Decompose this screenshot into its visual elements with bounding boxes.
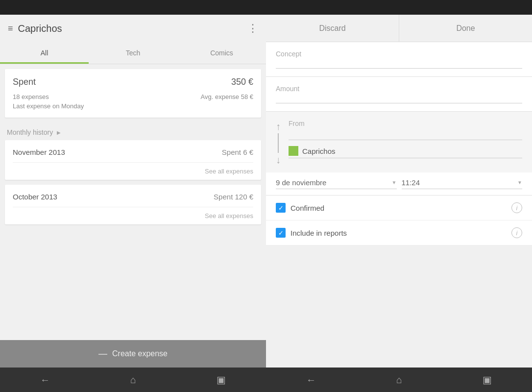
left-content: Spent 350 € 18 expenses Avg. expense 58 … bbox=[0, 64, 266, 340]
right-panel: Discard Done Concept Amount ↑ ↓ From bbox=[266, 0, 532, 392]
date-dropdown-arrow-icon: ▼ bbox=[392, 180, 397, 185]
create-expense-label: Create expense bbox=[112, 349, 168, 358]
concept-input[interactable] bbox=[276, 58, 522, 69]
back-icon[interactable]: ← bbox=[40, 374, 50, 386]
left-nav-bar: ← ⌂ ▣ bbox=[0, 368, 266, 392]
right-recents-icon[interactable]: ▣ bbox=[483, 374, 492, 386]
include-reports-left: ✓ Include in reports bbox=[276, 228, 347, 238]
right-nav-bar: ← ⌂ ▣ bbox=[266, 368, 532, 392]
november-name: November 2013 bbox=[13, 148, 65, 156]
right-content: Concept Amount ↑ ↓ From Caprichos bbox=[266, 42, 532, 368]
arrows-col: ↑ ↓ bbox=[276, 120, 281, 165]
left-panel: ≡ Caprichos ⋮ All Tech Comics Spent 350 … bbox=[0, 0, 266, 392]
hamburger-icon[interactable]: ≡ bbox=[8, 24, 13, 34]
tab-tech-label: Tech bbox=[126, 49, 141, 57]
right-home-icon[interactable]: ⌂ bbox=[396, 374, 402, 386]
right-header: Discard Done bbox=[266, 15, 532, 42]
date-value: 9 de noviembre bbox=[276, 178, 326, 187]
last-expense: Last expense on Monday bbox=[13, 102, 253, 110]
include-reports-label: Include in reports bbox=[290, 229, 347, 237]
arrows-line bbox=[278, 133, 279, 153]
app-header: ≡ Caprichos ⋮ bbox=[0, 15, 266, 42]
tab-all-label: All bbox=[41, 49, 48, 57]
right-back-icon[interactable]: ← bbox=[306, 374, 316, 386]
concept-field: Concept bbox=[266, 42, 532, 77]
home-icon[interactable]: ⌂ bbox=[130, 374, 136, 386]
confirmed-checkbox[interactable]: ✓ bbox=[276, 203, 286, 213]
amount-input[interactable] bbox=[276, 93, 522, 103]
october-see-all[interactable]: See all expenses bbox=[5, 207, 261, 224]
tab-tech[interactable]: Tech bbox=[89, 42, 177, 64]
from-input[interactable] bbox=[289, 129, 522, 140]
summary-card: Spent 350 € 18 expenses Avg. expense 58 … bbox=[5, 69, 261, 118]
confirmed-check-icon: ✓ bbox=[278, 204, 284, 212]
avg-expense: Avg. expense 58 € bbox=[201, 93, 253, 100]
from-label: From bbox=[289, 120, 522, 127]
amount-label: Amount bbox=[276, 85, 522, 93]
done-button[interactable]: Done bbox=[399, 15, 532, 42]
done-label: Done bbox=[456, 24, 475, 33]
category-color-square bbox=[289, 146, 298, 156]
from-field: From bbox=[289, 120, 522, 140]
october-row: October 2013 Spent 120 € bbox=[5, 185, 261, 207]
header-left: ≡ Caprichos bbox=[8, 23, 62, 34]
time-field[interactable]: 11:24 ▼ bbox=[402, 178, 523, 189]
include-reports-checkbox[interactable]: ✓ bbox=[276, 228, 286, 238]
arrow-down-icon: ↓ bbox=[276, 155, 281, 165]
app-title: Caprichos bbox=[18, 23, 62, 34]
summary-details: 18 expenses Avg. expense 58 € bbox=[13, 93, 253, 100]
status-bar-left bbox=[0, 0, 266, 15]
tabs-bar: All Tech Comics bbox=[0, 42, 266, 64]
create-expense-bar[interactable]: — Create expense bbox=[0, 340, 266, 368]
spent-amount: 350 € bbox=[231, 77, 253, 87]
november-see-all[interactable]: See all expenses bbox=[5, 163, 261, 180]
concept-label: Concept bbox=[276, 50, 522, 58]
date-time-row: 9 de noviembre ▼ 11:24 ▼ bbox=[266, 172, 532, 196]
confirmed-left: ✓ Confirmed bbox=[276, 203, 324, 213]
to-value: Caprichos bbox=[302, 147, 336, 155]
arrow-up-icon: ↑ bbox=[276, 122, 281, 131]
more-icon[interactable]: ⋮ bbox=[247, 22, 258, 35]
transfer-field: ↑ ↓ From Caprichos bbox=[266, 112, 532, 172]
november-card: November 2013 Spent 6 € See all expenses bbox=[5, 140, 261, 180]
recents-icon[interactable]: ▣ bbox=[217, 374, 226, 386]
time-dropdown-arrow-icon: ▼ bbox=[517, 180, 522, 185]
summary-header: Spent 350 € bbox=[13, 77, 253, 87]
monthly-history-header: Monthly history ▶ bbox=[5, 122, 261, 140]
confirmed-label: Confirmed bbox=[290, 204, 324, 212]
include-reports-check-icon: ✓ bbox=[278, 229, 284, 237]
november-row: November 2013 Spent 6 € bbox=[5, 140, 261, 162]
confirmed-row: ✓ Confirmed i bbox=[266, 196, 532, 220]
spent-label: Spent bbox=[13, 77, 36, 87]
expenses-count: 18 expenses bbox=[13, 93, 49, 100]
status-bar-right bbox=[266, 0, 532, 15]
confirmed-info-icon[interactable]: i bbox=[511, 202, 522, 213]
tab-comics[interactable]: Comics bbox=[177, 42, 266, 64]
october-name: October 2013 bbox=[13, 193, 57, 201]
monthly-history-label: Monthly history bbox=[7, 128, 53, 136]
time-value: 11:24 bbox=[402, 178, 420, 187]
create-dash-icon: — bbox=[98, 349, 107, 359]
section-arrow-icon: ▶ bbox=[57, 130, 61, 135]
discard-label: Discard bbox=[319, 24, 345, 33]
october-card: October 2013 Spent 120 € See all expense… bbox=[5, 185, 261, 224]
november-spent: Spent 6 € bbox=[222, 148, 253, 156]
include-reports-row: ✓ Include in reports i bbox=[266, 220, 532, 245]
discard-button[interactable]: Discard bbox=[266, 15, 399, 42]
from-to-col: From Caprichos bbox=[289, 120, 522, 158]
to-field: Caprichos bbox=[289, 146, 522, 158]
date-field[interactable]: 9 de noviembre ▼ bbox=[276, 178, 397, 189]
tab-comics-label: Comics bbox=[210, 49, 233, 57]
amount-field: Amount bbox=[266, 77, 532, 112]
include-reports-info-icon[interactable]: i bbox=[511, 227, 522, 238]
october-spent: Spent 120 € bbox=[214, 193, 253, 201]
tab-all[interactable]: All bbox=[0, 42, 89, 64]
